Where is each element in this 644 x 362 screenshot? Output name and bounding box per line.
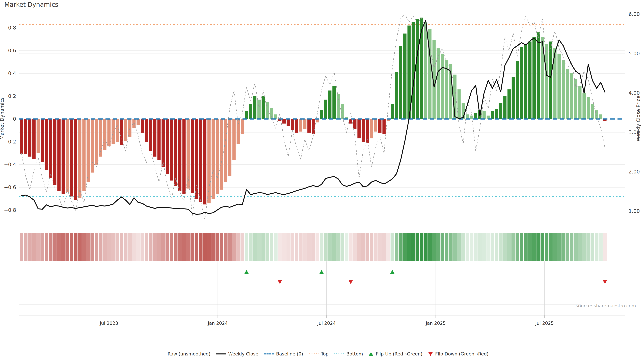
heatmap-cell xyxy=(382,233,386,261)
heatmap-cell xyxy=(549,233,552,261)
bar xyxy=(286,119,290,126)
heatmap-cell xyxy=(557,233,561,261)
left-axis-tick: −0.4 xyxy=(4,162,16,167)
bar xyxy=(162,119,165,167)
heatmap-cell xyxy=(199,233,202,261)
heatmap-cell xyxy=(336,233,340,261)
left-axis-tick: −0.8 xyxy=(4,207,16,213)
heatmap-cell xyxy=(28,233,32,261)
heatmap-cell xyxy=(328,233,332,261)
bar xyxy=(358,119,360,138)
heatmap-cell xyxy=(57,233,61,261)
right-axis-title: Weekly Close Price xyxy=(636,96,641,141)
bar xyxy=(45,119,48,170)
heatmap-cell xyxy=(282,233,286,261)
heatmap-cell xyxy=(44,233,48,261)
left-axis-tick: −0.2 xyxy=(4,139,16,145)
bar xyxy=(424,22,427,119)
heatmap-cell xyxy=(128,233,132,261)
bar xyxy=(303,119,306,129)
market-dynamics-chart: Jul 2023Jan 2024Jul 2024Jan 2025Jul 2025… xyxy=(0,0,644,362)
bar xyxy=(199,119,202,202)
bar xyxy=(107,119,110,146)
heatmap-cell xyxy=(266,233,269,261)
heatmap-cell xyxy=(340,233,344,261)
heatmap-cell xyxy=(524,233,528,261)
bar xyxy=(495,109,498,119)
heatmap-cell xyxy=(536,233,540,261)
bar xyxy=(332,86,336,119)
heatmap-cell xyxy=(166,233,169,261)
bar xyxy=(36,119,40,153)
left-axis-tick: 0.2 xyxy=(8,93,16,99)
heatmap-cell xyxy=(320,233,323,261)
heatmap-cell xyxy=(82,233,86,261)
heatmap-cell xyxy=(582,233,586,261)
bar xyxy=(86,119,90,182)
bar xyxy=(566,69,569,119)
bar xyxy=(370,119,373,138)
bar xyxy=(224,119,227,182)
bar xyxy=(241,119,244,134)
heatmap-cell xyxy=(153,233,157,261)
bar xyxy=(174,119,177,186)
heatmap-cell xyxy=(595,233,598,261)
bar xyxy=(336,94,340,119)
bar xyxy=(524,44,527,119)
heatmap-cell xyxy=(445,233,448,261)
bar xyxy=(324,99,327,119)
heatmap-cell xyxy=(470,233,474,261)
bar xyxy=(216,119,219,194)
bar xyxy=(474,113,477,119)
legend-item-raw: Raw (unsmoothed) xyxy=(156,351,210,357)
legend-item-bottom: Bottom xyxy=(334,351,363,357)
heatmap-cell xyxy=(357,233,361,261)
heatmap-cell xyxy=(157,233,161,261)
bar xyxy=(378,119,382,133)
heatmap-cell xyxy=(307,233,311,261)
right-axis-tick: 4.00 xyxy=(628,90,640,96)
heatmap-cell xyxy=(32,233,36,261)
heatmap-cell xyxy=(224,233,228,261)
heatmap-cell xyxy=(70,233,73,261)
bar xyxy=(203,119,206,204)
heatmap-cell xyxy=(261,233,265,261)
bar xyxy=(20,119,23,154)
right-axis-tick: 2.00 xyxy=(628,169,640,175)
heatmap-cell xyxy=(24,233,28,261)
heatmap-cell xyxy=(253,233,257,261)
heatmap-cell xyxy=(145,233,148,261)
bar xyxy=(416,19,419,119)
heatmap-cell xyxy=(53,233,57,261)
flip-down-marker xyxy=(603,280,607,284)
heatmap-cell xyxy=(207,233,211,261)
right-axis-tick: 5.00 xyxy=(628,51,640,56)
heatmap-cell xyxy=(161,233,165,261)
heatmap-cell xyxy=(136,233,140,261)
bar xyxy=(412,22,415,119)
heatmap-cell xyxy=(290,233,294,261)
bar xyxy=(545,44,548,119)
heatmap-cell xyxy=(436,233,440,261)
legend-label: Bottom xyxy=(346,351,363,357)
triangle-down-icon xyxy=(428,352,433,356)
dashed-line-icon xyxy=(264,354,274,355)
heatmap-cell xyxy=(78,233,82,261)
left-axis-tick: 0 xyxy=(13,116,16,122)
bar xyxy=(308,119,310,133)
bar xyxy=(574,79,578,119)
bar xyxy=(595,110,598,119)
bar xyxy=(178,119,182,191)
bar xyxy=(499,103,502,119)
heatmap-cell xyxy=(503,233,507,261)
bar xyxy=(353,119,356,129)
bar xyxy=(112,119,115,144)
legend-item-flip-up: Flip Up (Red→Green) xyxy=(368,351,422,357)
heatmap-cell xyxy=(232,233,236,261)
bar xyxy=(366,119,369,143)
heatmap-cell xyxy=(428,233,432,261)
bar xyxy=(312,119,315,134)
heatmap-cell xyxy=(432,233,436,261)
bar xyxy=(441,54,444,119)
heatmap-cell xyxy=(449,233,453,261)
